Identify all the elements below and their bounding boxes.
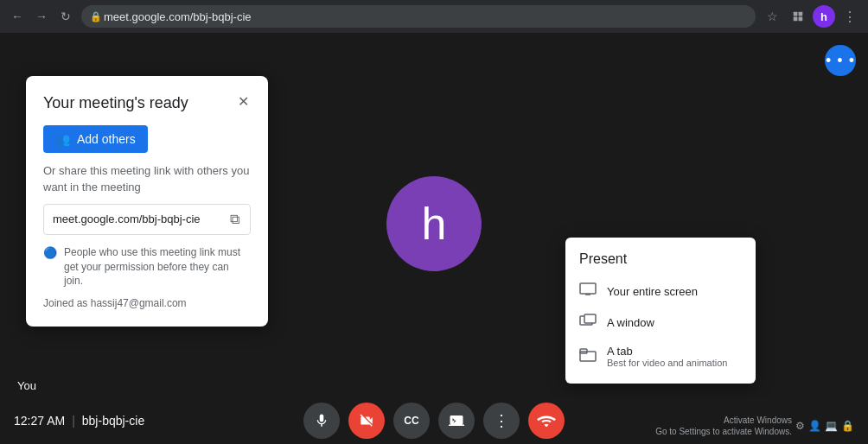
present-title: Present [565,246,756,276]
camera-button[interactable] [348,403,385,439]
user-avatar: h [386,176,482,271]
close-card-button[interactable]: ✕ [236,92,251,111]
browser-frame: ← → ↻ 🔒 meet.google.com/bbj-bqbj-cie ☆ h… [0,0,868,444]
present-tab-sublabel: Best for video and animation [607,358,727,368]
svg-rect-8 [584,314,596,323]
toolbar-actions: ☆ h ⋮ [761,5,861,28]
profile-avatar-browser[interactable]: h [813,5,835,28]
you-label: You [17,379,36,392]
add-others-label: Add others [77,132,136,146]
present-item-text-window: A window [607,316,654,329]
present-item-text-tab: A tab Best for video and animation [607,345,727,368]
menu-button[interactable]: ⋮ [839,5,861,28]
present-popup: Present Your entire screen [565,238,756,384]
link-box: meet.google.com/bbj-bqbj-cie ⧉ [43,204,251,235]
user-avatar-container: h [386,176,482,280]
system-tray: ⚙ 👤 💻 🔒 [795,420,854,432]
time-display: 12:27 AM [14,414,65,428]
security-row: 🔵 People who use this meeting link must … [43,245,251,289]
bottom-bar: 12:27 AM | bbj-bqbj-cie [0,397,868,444]
meeting-card: Your meeting's ready ✕ 👥 Add others Or s… [26,76,268,327]
present-window-label: A window [607,316,654,329]
add-others-icon: 👥 [55,132,70,146]
end-call-button[interactable] [528,403,565,439]
present-tab[interactable]: A tab Best for video and animation [565,338,756,375]
computer-tray-icon: 💻 [825,420,838,432]
settings-tray-icon: ⚙ [795,420,805,432]
address-bar[interactable]: 🔒 meet.google.com/bbj-bqbj-cie [81,5,756,28]
activate-windows-text: Activate Windows Go to Settings to activ… [655,415,792,437]
captions-button[interactable]: CC [393,403,430,439]
copy-link-button[interactable]: ⧉ [228,210,241,229]
back-button[interactable]: ← [7,6,28,27]
tab-icon [579,348,597,365]
svg-rect-1 [799,12,803,16]
reload-button[interactable]: ↻ [55,6,76,27]
url-text: meet.google.com/bbj-bqbj-cie [104,10,252,23]
shield-icon: 🔵 [43,246,57,259]
controls-center: CC ⋮ [303,403,565,439]
top-right-dots-button[interactable]: • • • [825,45,856,76]
share-text: Or share this meeting link with others y… [43,163,251,194]
present-window[interactable]: A window [565,307,756,338]
extension-button[interactable] [787,5,809,28]
present-entire-screen[interactable]: Your entire screen [565,276,756,307]
svg-rect-4 [580,283,596,294]
card-header: Your meeting's ready ✕ [43,93,251,113]
present-screen-label: Your entire screen [607,285,698,298]
screen-icon [579,282,597,300]
time-divider: | [72,414,75,428]
nav-buttons: ← → ↻ [7,6,76,27]
security-text: People who use this meeting link must ge… [64,245,251,289]
svg-rect-2 [794,17,798,22]
microphone-button[interactable] [303,403,340,439]
more-options-button[interactable]: ⋮ [483,403,520,439]
forward-button[interactable]: → [31,6,52,27]
svg-rect-0 [794,12,798,16]
bottom-right-area: Activate Windows Go to Settings to activ… [655,415,854,437]
meeting-time: 12:27 AM | bbj-bqbj-cie [14,414,144,428]
lock-tray-icon: 🔒 [841,420,854,432]
present-tab-label: A tab [607,345,727,358]
bookmark-button[interactable]: ☆ [761,5,783,28]
lock-icon: 🔒 [90,11,99,22]
svg-rect-3 [799,17,803,22]
present-item-text-screen: Your entire screen [607,285,698,298]
card-title: Your meeting's ready [43,93,188,113]
meeting-link-text: meet.google.com/bbj-bqbj-cie [53,212,201,225]
add-others-button[interactable]: 👥 Add others [43,125,148,153]
present-button[interactable] [438,403,475,439]
people-tray-icon: 👤 [808,420,821,432]
meeting-code-display: bbj-bqbj-cie [82,414,144,428]
meeting-area: • • • h Your meeting's ready ✕ 👥 Add oth… [0,33,868,444]
window-icon [579,314,597,331]
joined-as-text: Joined as hassij47@gmail.com [43,297,251,309]
browser-toolbar: ← → ↻ 🔒 meet.google.com/bbj-bqbj-cie ☆ h… [0,0,868,33]
dots-icon: • • • [826,52,855,70]
